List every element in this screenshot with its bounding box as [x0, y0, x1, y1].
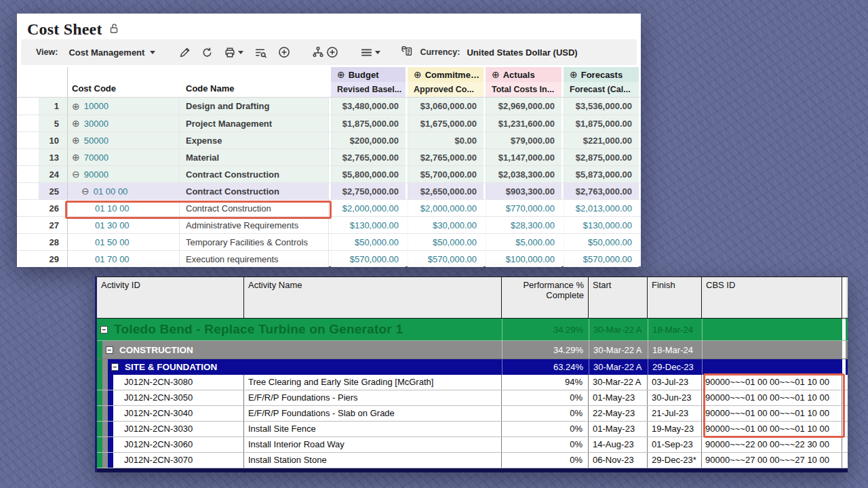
- cost-code-link[interactable]: 30000: [84, 119, 108, 129]
- cbs-id-cell[interactable]: 90000~~~01 00 00~~~01 10 00: [702, 406, 842, 421]
- money-cell[interactable]: $130,000.00: [564, 217, 639, 233]
- start-cell[interactable]: 14-Aug-23: [589, 437, 648, 452]
- activity-row[interactable]: J012N-2CN-3070 Install Station Stone 0% …: [97, 453, 848, 468]
- cost-row-24[interactable]: 24 ⊖90000 Contract Construction$5,800,00…: [17, 165, 641, 182]
- cost-row-26[interactable]: 26 01 10 00 Contract Construction$2,000,…: [17, 199, 641, 216]
- schedule-column-header-5[interactable]: CBS ID: [702, 277, 842, 318]
- circle-plus-icon[interactable]: ⊕: [72, 119, 80, 128]
- money-cell[interactable]: $28,300.00: [486, 217, 561, 233]
- schedule-column-header-2[interactable]: Performance % Complete: [502, 277, 589, 318]
- circle-minus-icon[interactable]: ⊖: [72, 169, 80, 179]
- money-cell[interactable]: $50,000.00: [331, 234, 406, 250]
- group-row-project[interactable]: − Toledo Bend - Replace Turbine on Gener…: [97, 319, 848, 341]
- money-cell[interactable]: $2,000,000.00: [408, 200, 484, 216]
- pct-cell[interactable]: 0%: [502, 406, 589, 421]
- money-cell[interactable]: $5,000.00: [486, 234, 561, 250]
- collapse-icon[interactable]: −: [111, 363, 119, 371]
- circle-plus-icon[interactable]: ⊕: [72, 102, 80, 111]
- group-header-0[interactable]: ⊕ Budget: [331, 67, 406, 82]
- edit-button[interactable]: [177, 45, 193, 60]
- circle-plus-icon[interactable]: ⊕: [414, 70, 422, 79]
- start-cell[interactable]: 30-Mar-22 A: [589, 375, 648, 390]
- circle-plus-icon[interactable]: ⊕: [492, 70, 500, 79]
- start-cell[interactable]: 22-May-23: [589, 406, 648, 421]
- group-header-3[interactable]: ⊕ Forecasts: [564, 67, 639, 82]
- circle-plus-icon[interactable]: ⊕: [570, 70, 578, 79]
- refresh-button[interactable]: [199, 45, 215, 60]
- activity-name-cell[interactable]: E/F/R/P Foundations - Slab on Grade: [244, 406, 502, 421]
- cost-code-link[interactable]: 01 10 00: [95, 203, 130, 214]
- finish-cell[interactable]: 29-Dec-23*: [648, 453, 702, 468]
- cost-row-1[interactable]: 1 ⊕10000 Design and Drafting$3,480,000.0…: [17, 98, 641, 115]
- circle-minus-icon[interactable]: ⊖: [81, 186, 90, 196]
- finish-cell[interactable]: 21-Jul-23: [648, 406, 702, 421]
- cbs-id-cell[interactable]: 90000~~~01 00 00~~~01 10 00: [702, 375, 842, 390]
- cost-row-10[interactable]: 10 ⊕50000 Expense$200,000.00$0.00$79,000…: [17, 131, 641, 148]
- cost-code-link[interactable]: 90000: [84, 169, 108, 180]
- cbs-id-cell[interactable]: 90000~~~01 00 00~~~01 10 00: [702, 422, 842, 436]
- start-cell[interactable]: 01-May-23: [589, 390, 648, 405]
- pct-cell[interactable]: 0%: [502, 437, 589, 452]
- collapse-icon[interactable]: −: [100, 326, 108, 333]
- finish-cell[interactable]: 30-Jun-23: [648, 390, 702, 405]
- schedule-column-header-4[interactable]: Finish: [648, 277, 702, 318]
- cost-code-link[interactable]: 70000: [84, 152, 108, 163]
- finish-cell[interactable]: 03-Jul-23: [648, 375, 702, 390]
- finish-cell[interactable]: 01-Sep-23: [648, 437, 702, 452]
- start-cell[interactable]: 01-May-23: [589, 422, 648, 436]
- activity-id-cell[interactable]: J012N-2CN-3080: [113, 375, 244, 390]
- cost-row-29[interactable]: 29 01 70 00 Execution requirements$570,0…: [17, 250, 641, 267]
- activity-row[interactable]: J012N-2CN-3080 Tree Clearing and Early S…: [97, 375, 848, 390]
- money-cell[interactable]: $130,000.00: [331, 217, 406, 233]
- cost-row-25[interactable]: 25 ⊖01 00 00 Contract Construction$2,750…: [17, 182, 641, 199]
- money-cell[interactable]: $2,013,000.00: [564, 200, 639, 216]
- activity-name-cell[interactable]: Install Site Fence: [244, 422, 502, 436]
- activity-name-cell[interactable]: E/F/R/P Foundations - Piers: [244, 390, 502, 405]
- activity-row[interactable]: J012N-2CN-3060 Install Interior Road Way…: [97, 437, 848, 453]
- cbs-id-cell[interactable]: 90000~~~01 00 00~~~01 10 00: [702, 390, 842, 405]
- finish-cell[interactable]: 19-May-23: [648, 422, 702, 436]
- cbs-id-cell[interactable]: 90000~~~27 00 00~~~27 10 00: [702, 453, 842, 468]
- menu-button[interactable]: [358, 45, 382, 60]
- schedule-column-header-0[interactable]: Activity ID: [97, 277, 244, 318]
- activity-name-cell[interactable]: Install Station Stone: [244, 453, 502, 468]
- money-cell[interactable]: $2,000,000.00: [331, 200, 406, 216]
- sub-header-0[interactable]: Revised Basel...: [331, 82, 406, 97]
- sub-header-3[interactable]: Forecast (Cal...: [564, 82, 639, 97]
- activity-id-cell[interactable]: J012N-2CN-3070: [113, 453, 244, 468]
- pct-cell[interactable]: 0%: [502, 390, 589, 405]
- activity-row[interactable]: J012N-2CN-3030 Install Site Fence 0% 01-…: [97, 422, 848, 437]
- group-row-wbs2[interactable]: − SITE & FOUNDATION 63.24% 30-Mar-22 A 2…: [97, 359, 848, 375]
- schedule-column-header-3[interactable]: Start: [589, 277, 648, 318]
- activity-id-cell[interactable]: J012N-2CN-3050: [113, 390, 244, 405]
- cost-code-link[interactable]: 01 30 00: [95, 220, 130, 230]
- circle-plus-icon[interactable]: ⊕: [72, 136, 80, 145]
- circle-plus-icon[interactable]: ⊕: [337, 70, 345, 79]
- circle-plus-icon[interactable]: ⊕: [72, 152, 80, 162]
- activity-name-cell[interactable]: Install Interior Road Way: [244, 437, 502, 452]
- money-cell[interactable]: $770,000.00: [486, 200, 561, 216]
- cost-code-link[interactable]: 01 00 00: [94, 186, 128, 197]
- activity-id-cell[interactable]: J012N-2CN-3060: [113, 437, 244, 452]
- pct-cell[interactable]: 94%: [502, 375, 589, 390]
- group-row-wbs1[interactable]: − CONSTRUCTION 34.29% 30-Mar-22 A 18-Mar…: [97, 341, 848, 359]
- code-name-header[interactable]: Code Name: [180, 67, 329, 97]
- collapse-icon[interactable]: −: [106, 346, 113, 354]
- activity-row[interactable]: J012N-2CN-3050 E/F/R/P Foundations - Pie…: [97, 390, 848, 406]
- activity-id-cell[interactable]: J012N-2CN-3040: [113, 406, 244, 421]
- filter-search-button[interactable]: [252, 45, 269, 60]
- sub-header-2[interactable]: Total Costs In...: [486, 82, 561, 97]
- start-cell[interactable]: 06-Nov-23: [589, 453, 648, 468]
- cost-code-link[interactable]: 01 50 00: [95, 237, 130, 247]
- cbs-id-cell[interactable]: 90000~~~22 00 00~~~22 30 00: [702, 437, 842, 452]
- money-cell[interactable]: $570,000.00: [408, 251, 484, 267]
- view-selector[interactable]: Cost Management: [64, 45, 159, 60]
- cost-row-27[interactable]: 27 01 30 00 Administrative Requirements$…: [17, 216, 641, 233]
- cost-row-13[interactable]: 13 ⊕70000 Material$2,765,000.00$2,765,00…: [17, 148, 641, 165]
- activity-row[interactable]: J012N-2CN-3040 E/F/R/P Foundations - Sla…: [97, 406, 848, 422]
- group-header-1[interactable]: ⊕ Commitme…: [408, 67, 484, 82]
- money-cell[interactable]: $50,000.00: [408, 234, 484, 250]
- money-cell[interactable]: $570,000.00: [564, 251, 639, 267]
- activity-name-cell[interactable]: Tree Clearing and Early Site Grading [Mc…: [244, 375, 502, 390]
- cost-code-link[interactable]: 50000: [84, 136, 108, 146]
